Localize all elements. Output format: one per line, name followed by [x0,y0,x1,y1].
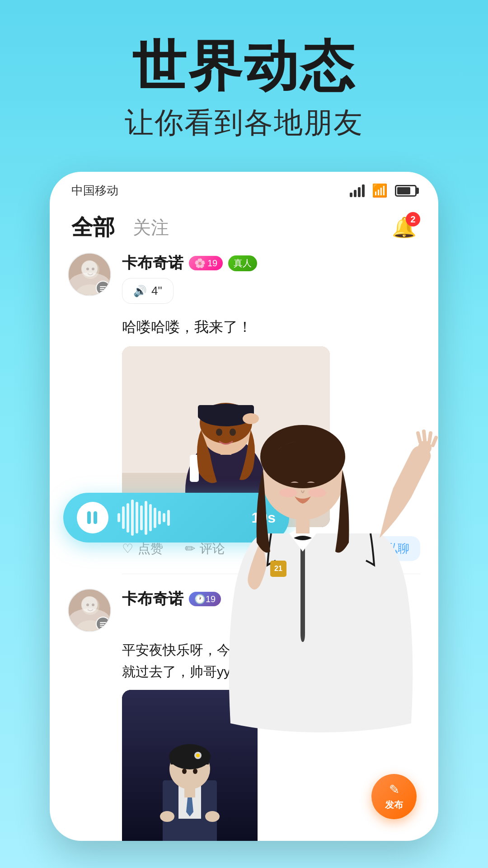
status-bar: 中国移动 📶 [50,172,438,206]
svg-rect-7 [100,290,105,291]
status-right: 📶 [350,183,417,198]
svg-rect-5 [100,286,106,287]
phone-wrapper: 中国移动 📶 全部 关注 🔔 2 [50,172,438,841]
svg-rect-26 [100,624,104,625]
plus-icon: ✎ [389,782,399,797]
svg-point-45 [260,425,345,488]
svg-point-40 [205,811,220,822]
svg-point-24 [92,604,94,606]
battery-icon [395,185,417,197]
svg-point-34 [182,769,187,774]
svg-point-1 [81,261,99,279]
svg-point-2 [76,284,105,296]
avatar-badge-1 [96,281,110,295]
publish-label: 发布 [385,799,403,811]
girl-character-overlay: 21 [190,316,452,769]
svg-point-23 [86,604,89,606]
publish-button[interactable]: ✎ 发布 [371,774,417,819]
svg-rect-38 [184,788,195,797]
notification-bell[interactable]: 🔔 2 [392,216,417,239]
hero-title: 世界动态 [0,36,488,96]
like-button-1[interactable]: ♡ 点赞 [122,540,163,557]
verified-badge-1: 真人 [228,255,257,271]
level-badge-1: 🌸 19 [189,256,223,270]
heart-icon: ♡ [122,541,133,556]
svg-rect-6 [100,288,104,289]
svg-rect-49 [230,656,411,723]
avatar-1[interactable] [68,253,111,296]
tab-bar: 全部 关注 🔔 2 [50,206,438,253]
svg-point-35 [193,769,197,774]
svg-point-0 [69,254,111,296]
svg-point-20 [69,590,111,632]
pause-button[interactable] [77,502,108,533]
post-meta-1: 卡布奇诺 🌸 19 真人 🔊 4" [122,253,420,310]
post-header-1: 卡布奇诺 🌸 19 真人 🔊 4" [68,253,420,310]
post-user-row-1: 卡布奇诺 🌸 19 真人 [122,253,420,274]
hero-subtitle: 让你看到各地朋友 [0,103,488,142]
username-1: 卡布奇诺 [122,253,183,274]
svg-point-21 [81,597,99,615]
svg-text:21: 21 [274,565,282,572]
voice-wave-icon: 🔊 [133,285,147,297]
avatar-badge-2 [96,617,110,631]
signal-icon [350,184,365,197]
svg-point-3 [86,268,89,270]
svg-rect-25 [100,622,106,623]
svg-point-22 [76,620,105,632]
hero-section: 世界动态 让你看到各地朋友 [0,0,488,170]
wifi-icon: 📶 [372,183,388,198]
username-2: 卡布奇诺 [122,589,183,609]
tab-all[interactable]: 全部 [71,213,115,242]
voice-duration: 4" [151,284,162,298]
svg-point-47 [308,488,326,497]
avatar-2[interactable] [68,589,111,632]
voice-bubble[interactable]: 🔊 4" [122,278,174,304]
svg-rect-27 [100,626,105,627]
svg-point-46 [279,488,297,497]
svg-point-39 [160,811,174,822]
tab-following[interactable]: 关注 [133,215,169,240]
carrier-text: 中国移动 [71,183,118,198]
svg-point-4 [92,268,94,270]
notification-badge: 2 [406,212,420,226]
